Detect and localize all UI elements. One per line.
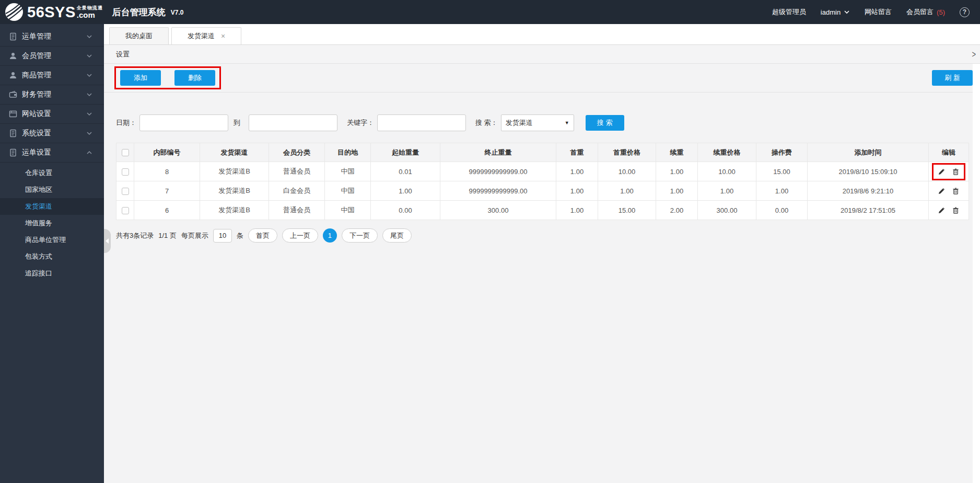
delete-icon[interactable] (952, 188, 959, 194)
sidebar-item-tracking-interface[interactable]: 追踪接口 (0, 265, 104, 282)
date-from-input[interactable] (139, 114, 228, 131)
add-button[interactable]: 添加 (120, 70, 161, 86)
chevron-left-icon (106, 238, 109, 244)
row-actions (932, 182, 965, 200)
site-messages-link[interactable]: 网站留言 (865, 7, 892, 17)
sidebar-item-label: 财务管理 (22, 90, 51, 99)
cell-shipping-channel: 发货渠道B (200, 181, 269, 201)
cell-first-weight-price: 1.00 (598, 181, 656, 201)
per-page-label: 每页展示 (181, 231, 208, 240)
delete-icon[interactable] (952, 168, 959, 175)
cell-added-time: 2019/8/6 9:21:10 (808, 181, 929, 201)
row-checkbox[interactable] (122, 188, 129, 195)
next-page-button[interactable]: 下一页 (342, 228, 378, 243)
chevron-down-icon (86, 93, 92, 97)
edit-icon[interactable] (938, 168, 945, 175)
help-icon[interactable]: ? (960, 7, 970, 17)
sidebar-item-system-settings[interactable]: 系统设置 (0, 124, 104, 143)
chevron-down-icon (86, 112, 92, 116)
col-additional-weight-price: 续重价格 (698, 143, 756, 162)
prev-page-button[interactable]: 上一页 (282, 228, 318, 243)
cell-handling-fee: 0.00 (756, 201, 808, 220)
sidebar-item-label: 会员管理 (22, 51, 51, 61)
select-all-checkbox[interactable] (122, 149, 129, 156)
logo-tagline: 全景物流通 (77, 6, 103, 10)
delete-button[interactable]: 删除 (174, 70, 215, 86)
delete-icon[interactable] (952, 207, 959, 214)
col-handling-fee: 操作费 (756, 143, 808, 162)
chevron-down-icon (844, 10, 850, 14)
sidebar-item-shipping-channel[interactable]: 发货渠道 (0, 198, 104, 215)
panel-header: 设置 > (104, 45, 980, 64)
table-row: 8 发货渠道B 普通会员 中国 0.01 9999999999999.00 1.… (116, 162, 969, 181)
cell-handling-fee: 15.00 (756, 162, 808, 181)
last-page-button[interactable]: 尾页 (382, 228, 412, 243)
col-added-time: 添加时间 (808, 143, 929, 162)
sidebar-item-packing-method[interactable]: 包装方式 (0, 248, 104, 265)
username: iadmin (821, 8, 841, 16)
cell-added-time: 2019/8/10 15:09:10 (808, 162, 929, 181)
search-type-label: 搜 索： (475, 118, 498, 128)
col-edit: 编辑 (929, 143, 969, 162)
refresh-button[interactable]: 刷 新 (932, 70, 973, 86)
sidebar: 运单管理 会员管理 商品管理 财务管理 网站设置 系统设置 (0, 24, 104, 483)
search-button[interactable]: 搜 索 (586, 115, 624, 131)
user-icon (9, 71, 17, 79)
scrollbar-track[interactable] (973, 64, 980, 483)
cell-member-category: 普通会员 (269, 201, 325, 220)
document-icon (9, 32, 17, 41)
cell-shipping-channel: 发货渠道B (200, 162, 269, 181)
sidebar-item-label: 系统设置 (22, 129, 51, 138)
document-icon (9, 148, 17, 157)
cell-additional-weight-price: 10.00 (698, 162, 756, 181)
sidebar-item-finance-management[interactable]: 财务管理 (0, 85, 104, 105)
cell-first-weight-price: 15.00 (598, 201, 656, 220)
keyword-input[interactable] (377, 114, 466, 131)
col-end-weight: 终止重量 (440, 143, 556, 162)
sidebar-item-member-management[interactable]: 会员管理 (0, 47, 104, 66)
row-checkbox[interactable] (122, 207, 129, 214)
sidebar-item-country-region[interactable]: 国家地区 (0, 181, 104, 198)
cell-additional-weight-price: 300.00 (698, 201, 756, 220)
search-type-select[interactable]: 发货渠道 ▼ (501, 114, 574, 131)
member-messages-link[interactable]: 会员留言 (5) (906, 7, 945, 17)
tab-my-desktop[interactable]: 我的桌面 (109, 27, 169, 44)
user-menu[interactable]: iadmin (821, 8, 850, 16)
close-icon[interactable]: × (221, 32, 225, 40)
sidebar-item-warehouse-settings[interactable]: 仓库设置 (0, 165, 104, 181)
cell-end-weight: 9999999999999.00 (440, 181, 556, 201)
cell-start-weight: 0.00 (371, 201, 440, 220)
cell-first-weight: 1.00 (556, 162, 598, 181)
sidebar-item-product-unit-management[interactable]: 商品单位管理 (0, 232, 104, 248)
cell-member-category: 普通会员 (269, 162, 325, 181)
page-info: 1/1 页 (158, 231, 177, 240)
row-actions (932, 202, 965, 219)
sidebar-item-waybill-settings[interactable]: 运单设置 (0, 143, 104, 163)
channel-table: 内部编号 发货渠道 会员分类 目的地 起始重量 终止重量 首重 首重价格 续重 … (116, 143, 969, 220)
per-page-input[interactable]: 10 (213, 229, 232, 243)
sidebar-item-label: 运单设置 (22, 148, 51, 157)
chevron-right-icon[interactable]: > (971, 49, 977, 59)
edit-icon[interactable] (938, 207, 945, 214)
date-to-input[interactable] (249, 114, 337, 131)
member-messages-label: 会员留言 (906, 7, 934, 17)
cell-internal-number: 6 (134, 201, 200, 220)
app-version: V7.0 (171, 9, 184, 16)
table-row: 6 发货渠道B 普通会员 中国 0.00 300.00 1.00 15.00 2… (116, 201, 969, 220)
row-checkbox[interactable] (122, 168, 129, 176)
panel-title: 设置 (116, 50, 130, 59)
sidebar-submenu: 仓库设置 国家地区 发货渠道 增值服务 商品单位管理 包装方式 追踪接口 (0, 163, 104, 285)
sidebar-item-waybill-management[interactable]: 运单管理 (0, 27, 104, 47)
toolbar: 添加 删除 刷 新 (104, 64, 980, 93)
sidebar-collapse-handle[interactable] (104, 229, 111, 253)
sidebar-item-value-added-services[interactable]: 增值服务 (0, 215, 104, 232)
current-page-button[interactable]: 1 (323, 228, 337, 243)
first-page-button[interactable]: 首页 (248, 228, 277, 243)
edit-icon[interactable] (938, 188, 945, 194)
col-destination: 目的地 (325, 143, 371, 162)
sidebar-item-website-settings[interactable]: 网站设置 (0, 105, 104, 124)
cell-internal-number: 8 (134, 162, 200, 181)
logo: 56SYS 全景物流通 .com (4, 2, 103, 22)
tab-shipping-channel[interactable]: 发货渠道 × (171, 27, 241, 44)
sidebar-item-product-management[interactable]: 商品管理 (0, 66, 104, 85)
